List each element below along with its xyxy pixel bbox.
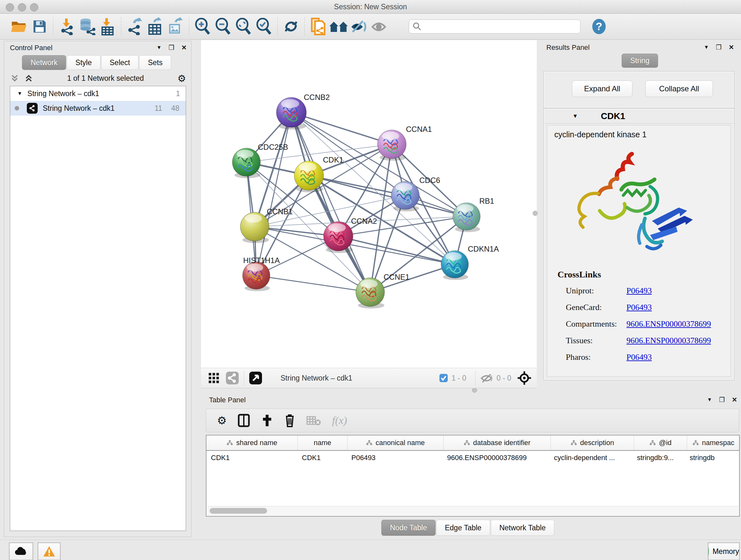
tab-style[interactable]: Style	[67, 55, 100, 70]
window-title: Session: New Session	[0, 3, 741, 11]
memory-status-dot	[709, 547, 709, 556]
node-CDC6[interactable]: CDC6	[391, 176, 440, 211]
show-all-button[interactable]	[369, 16, 390, 37]
cell[interactable]: cyclin-dependent ...	[549, 451, 632, 465]
network-view-icon[interactable]	[225, 371, 239, 385]
table-options-gear-icon[interactable]: ⚙	[217, 414, 226, 427]
open-session-button[interactable]	[9, 16, 29, 37]
detach-view-icon[interactable]	[249, 371, 263, 385]
birdseye-crosshair-icon[interactable]	[517, 371, 532, 385]
control-panel-title: Control Panel	[10, 44, 52, 52]
tab-node-table[interactable]: Node Table	[381, 520, 435, 536]
import-network-from-file-button[interactable]	[57, 16, 77, 37]
node-CDK1[interactable]: CDK1	[294, 155, 343, 192]
import-network-from-database-button[interactable]	[77, 16, 97, 37]
crosslinks-heading: CrossLinks	[557, 269, 731, 280]
import-table-from-file-button[interactable]	[97, 16, 118, 37]
clone-network-button[interactable]	[308, 16, 328, 37]
tab-string-results[interactable]: String	[622, 54, 658, 68]
collapse-all-button[interactable]: Collapse All	[645, 80, 713, 97]
table-horizontal-scrollbar[interactable]	[207, 506, 738, 515]
tree-expand-icon[interactable]: ▼	[17, 91, 22, 97]
delete-column-icon[interactable]	[284, 413, 295, 428]
cell[interactable]: stringdb	[685, 451, 738, 465]
table-row[interactable]: CDK1CDK1P064939606.ENSP00000378699cyclin…	[206, 451, 739, 465]
column-header-shared-name[interactable]: shared name	[206, 435, 298, 450]
scrollbar-thumb[interactable]	[210, 508, 267, 514]
expand-all-icon[interactable]	[24, 73, 33, 83]
table-close-icon[interactable]: ✕	[732, 396, 737, 403]
apply-preferred-layout-button[interactable]	[281, 16, 301, 37]
cell[interactable]: CDK1	[297, 451, 347, 465]
selected-checkbox-icon[interactable]	[439, 373, 448, 383]
results-close-icon[interactable]: ✕	[729, 44, 734, 51]
table-float-icon[interactable]: ❒	[719, 396, 725, 403]
table-menu-icon[interactable]: ▼	[707, 397, 712, 402]
save-session-button[interactable]	[29, 16, 50, 37]
node-HIST1H1A[interactable]: HIST1H1A	[243, 256, 280, 291]
node-CCNB2[interactable]: CCNB2	[276, 93, 330, 130]
column-header-description[interactable]: description	[551, 435, 634, 450]
node-label-CDC25B: CDC25B	[258, 143, 288, 151]
network-canvas[interactable]: CCNB2CCNA1CDC25BCDK1CDC6RB1CCNB1CCNA2CDK…	[201, 40, 537, 368]
export-image-button[interactable]	[165, 16, 186, 37]
hide-selected-button[interactable]	[349, 16, 369, 37]
node-CDKN1A[interactable]: CDKN1A	[441, 245, 499, 280]
create-column-icon[interactable]	[261, 414, 273, 428]
zoom-fit-button[interactable]	[233, 16, 254, 37]
crosslink-link[interactable]: 9606.ENSP00000378699	[626, 319, 711, 329]
results-menu-icon[interactable]: ▼	[704, 44, 709, 50]
panel-close-icon[interactable]: ✕	[181, 44, 187, 51]
network-options-gear-icon[interactable]: ⚙	[178, 73, 186, 84]
node-RB1[interactable]: RB1	[453, 197, 494, 232]
home-button[interactable]	[328, 16, 349, 37]
zoom-out-icon	[215, 18, 231, 35]
cell[interactable]: 9606.ENSP00000378699	[443, 451, 549, 465]
crosslink-link[interactable]: P06493	[626, 303, 652, 312]
network-collection-row[interactable]: ▼ String Network – cdk1 1	[10, 86, 186, 101]
show-columns-icon[interactable]	[238, 414, 250, 428]
results-float-icon[interactable]: ❒	[716, 44, 722, 51]
cell[interactable]: stringdb:9...	[632, 451, 685, 465]
import-network-icon	[59, 18, 75, 35]
grid-view-icon[interactable]	[207, 372, 220, 384]
tab-network[interactable]: Network	[22, 55, 66, 70]
cell[interactable]: CDK1	[206, 451, 297, 465]
expand-all-button[interactable]: Expand All	[572, 80, 632, 97]
tab-network-table[interactable]: Network Table	[491, 520, 554, 536]
cell[interactable]: P06493	[347, 451, 443, 465]
tab-edge-table[interactable]: Edge Table	[436, 520, 490, 536]
export-table-button[interactable]	[145, 16, 165, 37]
column-header-namespac[interactable]: namespac	[687, 435, 740, 450]
column-header-canonical-name[interactable]: canonical name	[347, 435, 444, 450]
panel-float-icon[interactable]: ❒	[169, 44, 174, 51]
cloud-button[interactable]	[9, 543, 33, 560]
node-CCNA1[interactable]: CCNA1	[378, 125, 432, 161]
help-button[interactable]: ?	[589, 16, 609, 37]
network-row[interactable]: String Network – cdk1 11 48	[10, 101, 186, 116]
zoom-selected-button[interactable]	[254, 16, 274, 37]
column-header-name[interactable]: name	[298, 435, 347, 450]
column-header-database-identifier[interactable]: database identifier	[444, 435, 551, 450]
panel-menu-icon[interactable]: ▼	[156, 45, 161, 51]
zoom-in-button[interactable]	[192, 16, 213, 37]
tab-select[interactable]: Select	[101, 55, 139, 70]
gene-collapse-icon[interactable]: ▼	[572, 113, 578, 119]
crosslink-link[interactable]: P06493	[626, 286, 652, 296]
gene-section-header[interactable]: ▼ CDK1	[544, 109, 733, 124]
export-network-button[interactable]	[125, 16, 145, 37]
tab-sets[interactable]: Sets	[139, 55, 171, 70]
memory-button[interactable]: Memory	[708, 543, 740, 560]
eye-slash-icon	[350, 19, 368, 34]
column-header--id[interactable]: @id	[634, 435, 687, 450]
edge-CCNB2-CCNA1[interactable]	[291, 112, 392, 144]
vertical-splitter-handle[interactable]	[533, 211, 538, 216]
collapse-all-icon[interactable]	[10, 73, 19, 83]
crosslink-link[interactable]: 9606.ENSP00000378699	[626, 336, 711, 346]
crosslink-link[interactable]: P06493	[626, 353, 652, 362]
search-input[interactable]	[409, 19, 581, 34]
memory-label: Memory	[713, 547, 739, 556]
edge-HIST1H1A-CCNE1[interactable]	[256, 275, 370, 292]
zoom-out-button[interactable]	[213, 16, 233, 37]
warnings-button[interactable]	[38, 543, 61, 560]
